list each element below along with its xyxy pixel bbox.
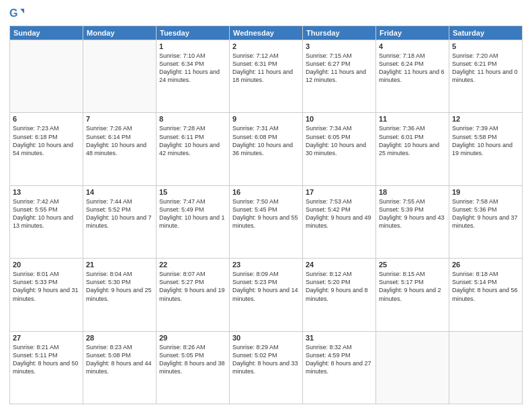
day-info: Sunrise: 8:18 AM Sunset: 5:14 PM Dayligh… (452, 270, 519, 303)
calendar-cell: 30Sunrise: 8:29 AM Sunset: 5:02 PM Dayli… (230, 331, 303, 404)
day-number: 21 (86, 261, 153, 269)
day-number: 5 (452, 42, 519, 50)
calendar-cell: 8Sunrise: 7:28 AM Sunset: 6:11 PM Daylig… (157, 113, 230, 185)
calendar-cell: 2Sunrise: 7:12 AM Sunset: 6:31 PM Daylig… (230, 40, 303, 113)
calendar-week-0: 1Sunrise: 7:10 AM Sunset: 6:34 PM Daylig… (10, 40, 523, 113)
day-number: 22 (159, 261, 226, 269)
calendar-cell: 27Sunrise: 8:21 AM Sunset: 5:11 PM Dayli… (10, 331, 83, 404)
day-info: Sunrise: 7:39 AM Sunset: 5:58 PM Dayligh… (452, 124, 519, 157)
calendar-cell: 23Sunrise: 8:09 AM Sunset: 5:23 PM Dayli… (230, 259, 303, 331)
calendar-cell: 7Sunrise: 7:26 AM Sunset: 6:14 PM Daylig… (83, 113, 157, 185)
calendar-week-2: 13Sunrise: 7:42 AM Sunset: 5:55 PM Dayli… (10, 185, 523, 258)
day-info: Sunrise: 8:07 AM Sunset: 5:27 PM Dayligh… (159, 270, 226, 303)
calendar-table: SundayMondayTuesdayWednesdayThursdayFrid… (9, 26, 523, 404)
svg-marker-1 (20, 9, 24, 13)
day-info: Sunrise: 7:15 AM Sunset: 6:27 PM Dayligh… (306, 52, 373, 85)
day-info: Sunrise: 7:47 AM Sunset: 5:49 PM Dayligh… (159, 197, 226, 230)
day-info: Sunrise: 7:58 AM Sunset: 5:36 PM Dayligh… (452, 197, 519, 230)
svg-text:G: G (9, 7, 18, 19)
day-info: Sunrise: 7:34 AM Sunset: 6:05 PM Dayligh… (306, 124, 373, 157)
logo: G (9, 7, 26, 21)
day-info: Sunrise: 7:10 AM Sunset: 6:34 PM Dayligh… (159, 52, 226, 85)
day-number: 29 (159, 334, 226, 342)
day-info: Sunrise: 8:01 AM Sunset: 5:33 PM Dayligh… (13, 270, 80, 303)
calendar-cell: 24Sunrise: 8:12 AM Sunset: 5:20 PM Dayli… (303, 259, 376, 331)
day-number: 6 (13, 115, 80, 123)
day-number: 16 (232, 188, 300, 196)
day-number: 18 (379, 188, 446, 196)
calendar-cell: 3Sunrise: 7:15 AM Sunset: 6:27 PM Daylig… (303, 40, 376, 113)
day-number: 19 (452, 188, 519, 196)
calendar-week-3: 20Sunrise: 8:01 AM Sunset: 5:33 PM Dayli… (10, 259, 523, 331)
day-number: 3 (306, 42, 373, 50)
day-header-monday: Monday (83, 26, 157, 40)
calendar-cell: 11Sunrise: 7:36 AM Sunset: 6:01 PM Dayli… (376, 113, 449, 185)
calendar-header-row: SundayMondayTuesdayWednesdayThursdayFrid… (10, 26, 523, 40)
day-info: Sunrise: 7:23 AM Sunset: 6:18 PM Dayligh… (13, 124, 80, 157)
calendar-cell: 16Sunrise: 7:50 AM Sunset: 5:45 PM Dayli… (230, 185, 303, 258)
calendar-cell: 4Sunrise: 7:18 AM Sunset: 6:24 PM Daylig… (376, 40, 449, 113)
day-number: 23 (232, 261, 300, 269)
calendar-cell: 5Sunrise: 7:20 AM Sunset: 6:21 PM Daylig… (449, 40, 523, 113)
calendar-cell: 19Sunrise: 7:58 AM Sunset: 5:36 PM Dayli… (449, 185, 523, 258)
day-number: 4 (379, 42, 446, 50)
day-number: 25 (379, 261, 446, 269)
calendar-cell: 12Sunrise: 7:39 AM Sunset: 5:58 PM Dayli… (449, 113, 523, 185)
day-number: 7 (86, 115, 153, 123)
calendar-cell: 15Sunrise: 7:47 AM Sunset: 5:49 PM Dayli… (157, 185, 230, 258)
day-info: Sunrise: 7:42 AM Sunset: 5:55 PM Dayligh… (13, 197, 80, 230)
day-number: 10 (306, 115, 373, 123)
day-info: Sunrise: 8:12 AM Sunset: 5:20 PM Dayligh… (306, 270, 373, 303)
day-header-sunday: Sunday (10, 26, 83, 40)
day-info: Sunrise: 7:53 AM Sunset: 5:42 PM Dayligh… (306, 197, 373, 230)
calendar-cell: 28Sunrise: 8:23 AM Sunset: 5:08 PM Dayli… (83, 331, 157, 404)
day-header-friday: Friday (376, 26, 449, 40)
day-info: Sunrise: 8:29 AM Sunset: 5:02 PM Dayligh… (232, 343, 300, 376)
day-info: Sunrise: 7:44 AM Sunset: 5:52 PM Dayligh… (86, 197, 153, 230)
calendar-cell: 20Sunrise: 8:01 AM Sunset: 5:33 PM Dayli… (10, 259, 83, 331)
day-header-wednesday: Wednesday (230, 26, 303, 40)
calendar-cell: 17Sunrise: 7:53 AM Sunset: 5:42 PM Dayli… (303, 185, 376, 258)
day-info: Sunrise: 7:26 AM Sunset: 6:14 PM Dayligh… (86, 124, 153, 157)
day-info: Sunrise: 7:55 AM Sunset: 5:39 PM Dayligh… (379, 197, 446, 230)
day-number: 9 (232, 115, 300, 123)
calendar-week-4: 27Sunrise: 8:21 AM Sunset: 5:11 PM Dayli… (10, 331, 523, 404)
day-number: 26 (452, 261, 519, 269)
calendar-cell (10, 40, 83, 113)
day-number: 28 (86, 334, 153, 342)
calendar-cell: 29Sunrise: 8:26 AM Sunset: 5:05 PM Dayli… (157, 331, 230, 404)
day-info: Sunrise: 8:23 AM Sunset: 5:08 PM Dayligh… (86, 343, 153, 376)
page-header: G (9, 7, 523, 21)
day-header-saturday: Saturday (449, 26, 523, 40)
day-number: 8 (159, 115, 226, 123)
calendar-cell: 26Sunrise: 8:18 AM Sunset: 5:14 PM Dayli… (449, 259, 523, 331)
calendar-cell: 31Sunrise: 8:32 AM Sunset: 4:59 PM Dayli… (303, 331, 376, 404)
calendar-week-1: 6Sunrise: 7:23 AM Sunset: 6:18 PM Daylig… (10, 113, 523, 185)
day-number: 14 (86, 188, 153, 196)
calendar-cell: 9Sunrise: 7:31 AM Sunset: 6:08 PM Daylig… (230, 113, 303, 185)
day-number: 31 (306, 334, 373, 342)
day-number: 11 (379, 115, 446, 123)
day-number: 1 (159, 42, 226, 50)
day-info: Sunrise: 7:12 AM Sunset: 6:31 PM Dayligh… (232, 52, 300, 85)
day-info: Sunrise: 8:15 AM Sunset: 5:17 PM Dayligh… (379, 270, 446, 303)
day-number: 13 (13, 188, 80, 196)
logo-icon: G (9, 7, 24, 21)
day-number: 27 (13, 334, 80, 342)
day-info: Sunrise: 8:21 AM Sunset: 5:11 PM Dayligh… (13, 343, 80, 376)
day-info: Sunrise: 7:18 AM Sunset: 6:24 PM Dayligh… (379, 52, 446, 85)
day-info: Sunrise: 7:20 AM Sunset: 6:21 PM Dayligh… (452, 52, 519, 85)
calendar-cell: 25Sunrise: 8:15 AM Sunset: 5:17 PM Dayli… (376, 259, 449, 331)
day-header-tuesday: Tuesday (157, 26, 230, 40)
day-number: 15 (159, 188, 226, 196)
day-info: Sunrise: 7:31 AM Sunset: 6:08 PM Dayligh… (232, 124, 300, 157)
calendar-cell: 6Sunrise: 7:23 AM Sunset: 6:18 PM Daylig… (10, 113, 83, 185)
day-info: Sunrise: 7:28 AM Sunset: 6:11 PM Dayligh… (159, 124, 226, 157)
day-number: 17 (306, 188, 373, 196)
calendar-cell: 13Sunrise: 7:42 AM Sunset: 5:55 PM Dayli… (10, 185, 83, 258)
calendar-cell (83, 40, 157, 113)
day-info: Sunrise: 8:26 AM Sunset: 5:05 PM Dayligh… (159, 343, 226, 376)
calendar-cell: 14Sunrise: 7:44 AM Sunset: 5:52 PM Dayli… (83, 185, 157, 258)
day-info: Sunrise: 8:09 AM Sunset: 5:23 PM Dayligh… (232, 270, 300, 303)
calendar-cell: 21Sunrise: 8:04 AM Sunset: 5:30 PM Dayli… (83, 259, 157, 331)
